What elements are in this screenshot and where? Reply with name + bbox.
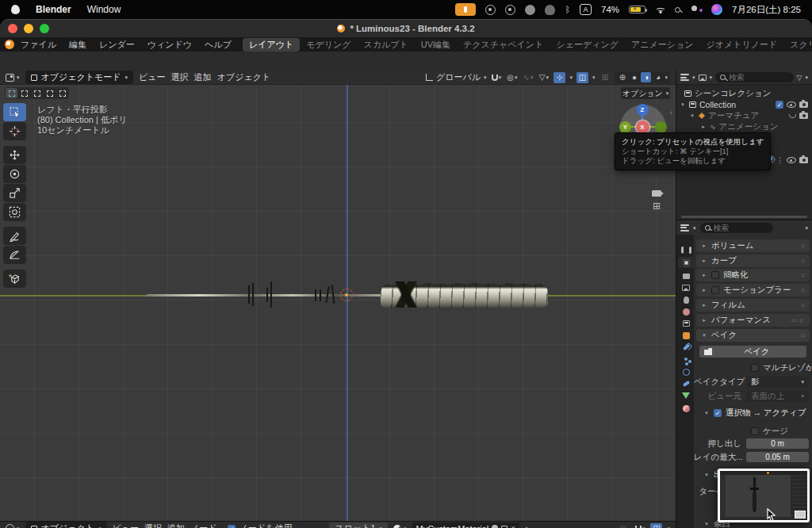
disclosure-icon[interactable]: ▾ (680, 101, 686, 108)
max-ray-field[interactable]: 0.05 m (746, 452, 809, 462)
tab-data-properties[interactable] (678, 390, 694, 401)
menu-window[interactable]: ウィンドウ (141, 39, 198, 51)
falloff-dropdown[interactable]: ∿▾ (522, 72, 534, 83)
outliner-filter-icon[interactable]: ▽ (797, 74, 802, 82)
show-gizmo-toggle[interactable]: ⊹ (553, 72, 565, 83)
tool-annotate[interactable] (3, 227, 26, 245)
tab-uv-editing[interactable]: UV編集 (415, 38, 457, 52)
app-status-icon[interactable] (505, 5, 515, 15)
shader-snap-toggle[interactable]: ▾ (634, 523, 645, 528)
select-set-mode[interactable] (6, 88, 17, 98)
shading-material-icon[interactable]: ◑ (641, 72, 651, 82)
window-menu[interactable]: Window (87, 4, 121, 15)
properties-search[interactable] (700, 223, 773, 233)
bake-type-dropdown[interactable]: 影▾ (746, 377, 809, 388)
visibility-filter[interactable]: ▽▾ (538, 72, 550, 83)
slot-selector[interactable]: スロット1▾ (329, 522, 388, 528)
tab-world-properties[interactable] (678, 306, 694, 317)
menu-file[interactable]: ファイル (14, 39, 63, 51)
menu-edit[interactable]: 編集 (63, 39, 93, 51)
select-extend-mode[interactable] (18, 88, 30, 98)
shader-menu-add[interactable]: 追加 (167, 522, 185, 528)
tab-particle-properties[interactable] (678, 354, 694, 365)
tool-scale[interactable] (3, 184, 26, 202)
outliner-search[interactable] (715, 72, 794, 82)
tab-viewlayer-properties[interactable] (678, 282, 694, 293)
viewport-menu-select[interactable]: 選択 (171, 71, 189, 83)
apple-menu-icon[interactable] (11, 5, 20, 14)
outliner-display-mode-icon[interactable] (680, 74, 689, 81)
sidebar-collapse-arrow[interactable]: ‹ (670, 109, 672, 117)
shader-type-selector[interactable]: オブジェクト▾ (25, 522, 107, 528)
viewport-menu-view[interactable]: ビュー (139, 71, 166, 83)
outliner-filter-id-icon[interactable] (699, 75, 707, 81)
tab-texture-paint[interactable]: テクスチャペイント (457, 38, 550, 52)
tool-select-box[interactable] (3, 103, 26, 121)
obs-status-icon[interactable] (485, 5, 496, 15)
select-intersect-mode[interactable] (56, 88, 68, 98)
tab-layout[interactable]: レイアウト (243, 38, 300, 52)
show-overlays-toggle[interactable]: ◫ (576, 72, 588, 83)
use-nodes-checkbox[interactable]: ✓ (228, 525, 236, 528)
blender-logo-icon[interactable] (5, 40, 14, 49)
outliner-search-input[interactable] (729, 73, 789, 82)
disclosure-icon[interactable]: ▾ (689, 113, 695, 119)
input-source-icon[interactable]: A (580, 4, 592, 15)
shading-rendered-icon[interactable]: ◕ (653, 72, 663, 82)
outliner-row-animation[interactable]: ▸ ∿ アニメーション (676, 121, 812, 132)
tab-material-properties[interactable] (678, 403, 694, 414)
section-motion-blur[interactable]: ▸モーションブラー≡ (696, 284, 810, 297)
tab-shading[interactable]: シェーディング (550, 38, 625, 52)
cage-checkbox[interactable] (751, 427, 759, 435)
user-switch-icon[interactable] (690, 6, 702, 14)
hide-eye-icon[interactable] (787, 157, 796, 163)
outliner-row-scene-collection[interactable]: シーンコレクション (676, 88, 812, 99)
gizmo-z-plus[interactable]: Z (637, 104, 649, 116)
outliner-row-armature[interactable]: ▾ アーマチュア (676, 110, 812, 121)
gizmo-x-axis[interactable]: X (636, 121, 649, 134)
proportional-edit-toggle[interactable]: ◎▾ (506, 72, 518, 83)
tool-move[interactable] (3, 146, 26, 164)
toggle-perspective-button[interactable]: ⊞ (649, 201, 665, 212)
menu-render[interactable]: レンダー (93, 39, 141, 51)
tab-sculpting[interactable]: スカルプト (357, 38, 414, 52)
tool-rotate[interactable] (3, 165, 26, 183)
screenshot-thumbnail[interactable] (718, 469, 810, 522)
tab-scene-properties[interactable] (678, 294, 694, 305)
shader-menu-node[interactable]: ノード (190, 522, 217, 528)
gizmo-y-plus[interactable]: Y (619, 121, 631, 133)
tool-cursor[interactable] (3, 122, 26, 140)
extrusion-field[interactable]: 0 m (746, 438, 809, 449)
tab-collection-properties[interactable] (678, 318, 694, 329)
shader-overlays-toggle[interactable]: ◫ (650, 523, 662, 528)
material-browser[interactable]: ▾ (393, 525, 407, 528)
app-menu[interactable]: Blender (36, 4, 71, 15)
hide-eye-icon[interactable] (787, 101, 796, 108)
mode-selector[interactable]: オブジェクトモード▾ (25, 71, 134, 84)
simplify-checkbox[interactable] (711, 271, 719, 279)
fake-user-shield-icon[interactable] (492, 525, 498, 528)
outliner-scrollbar[interactable] (681, 216, 807, 218)
minimize-window-button[interactable] (24, 24, 33, 33)
siri-icon[interactable] (711, 4, 722, 15)
more-dots-icon[interactable]: ⋮ (776, 157, 783, 164)
select-difference-mode[interactable] (44, 88, 56, 98)
transform-orientation[interactable]: グローバル▾ (426, 71, 487, 83)
use-nodes-toggle[interactable]: ✓ ノードを使用 (228, 522, 293, 528)
toggle-camera-view-button[interactable] (649, 188, 665, 199)
render-visibility-icon[interactable] (799, 157, 808, 163)
new-material-icon[interactable] (501, 526, 508, 528)
editor-type-selector[interactable]: ▾ (6, 74, 20, 82)
tab-constraint-properties[interactable] (678, 378, 694, 389)
viewport-menu-object[interactable]: オブジェクト (217, 71, 271, 83)
tab-tool-properties[interactable] (678, 244, 694, 255)
selected-to-active-header[interactable]: ▾ ✓ 選択物 → アクティブ (703, 407, 806, 419)
options-dropdown[interactable]: オプション▾ (621, 87, 670, 99)
multires-checkbox[interactable] (751, 364, 759, 372)
material-name-field[interactable]: MyCustomMaterial × (412, 522, 520, 528)
menu-help[interactable]: ヘルプ (198, 39, 238, 51)
line-status-icon[interactable] (525, 5, 535, 15)
tab-physics-properties[interactable] (678, 366, 694, 377)
shading-solid-icon[interactable]: ● (629, 72, 639, 82)
titlebar[interactable]: * Luminous23 - Blender 4.3.2 (0, 20, 812, 37)
